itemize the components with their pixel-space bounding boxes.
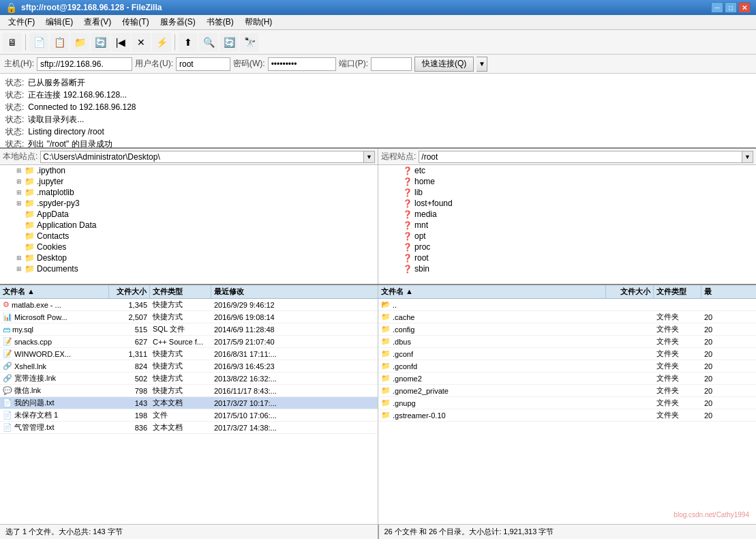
menu-item-查看(V)[interactable]: 查看(V) — [78, 15, 117, 29]
remote-path-input[interactable] — [419, 151, 742, 163]
host-input[interactable] — [37, 57, 132, 71]
remote-tree-item[interactable]: ❓ media — [378, 209, 756, 220]
toolbar-btn10[interactable]: 🔍 — [199, 33, 218, 52]
remote-col-date[interactable]: 最 — [701, 285, 756, 298]
remote-tree-item[interactable]: ❓ opt — [378, 231, 756, 242]
question-folder-icon: ❓ — [403, 199, 412, 208]
local-file-row[interactable]: ⚙matlab.exe - ... 1,345 快捷方式 2016/9/29 9… — [0, 299, 378, 311]
local-tree-item[interactable]: 📁 Cookies — [0, 242, 378, 252]
local-col-type[interactable]: 文件类型 — [150, 285, 211, 298]
tree-item-label: Application Data — [37, 220, 96, 230]
maximize-button[interactable]: □ — [725, 2, 737, 13]
toolbar-btn9[interactable]: ⬆ — [179, 33, 198, 52]
question-folder-icon: ❓ — [403, 232, 412, 241]
remote-tree-item[interactable]: ❓ lib — [378, 187, 756, 198]
port-input[interactable] — [371, 57, 412, 71]
local-file-row[interactable]: 🗃my.sql 515 SQL 文件 2014/6/9 11:28:48 — [0, 323, 378, 336]
local-file-row[interactable]: 📄未保存文档 1 198 文件 2017/5/10 17:06:... — [0, 409, 378, 422]
local-tree-item[interactable]: ⊞ 📁 .spyder-py3 — [0, 198, 378, 209]
remote-file-row[interactable]: 📁.gnome2 文件夹 20 — [378, 373, 756, 385]
connect-dropdown-button[interactable]: ▼ — [477, 57, 487, 72]
remote-tree-item[interactable]: ❓ home — [378, 176, 756, 187]
remote-tree-item[interactable]: ❓ lost+found — [378, 198, 756, 209]
menu-item-服务器(S)[interactable]: 服务器(S) — [155, 15, 201, 29]
file-date-cell: 20 — [701, 387, 756, 395]
remote-tree-item[interactable]: ❓ mnt — [378, 220, 756, 231]
menu-item-书签(B)[interactable]: 书签(B) — [201, 15, 239, 29]
toolbar-btn8[interactable]: ⚡ — [152, 33, 171, 52]
user-label: 用户名(U): — [135, 58, 173, 70]
file-date-cell: 2016/11/17 8:43:... — [211, 387, 293, 395]
toolbar-btn7[interactable]: ✕ — [132, 33, 151, 52]
toolbar-btn6[interactable]: |◀ — [111, 33, 130, 52]
remote-file-row[interactable]: 📂.. — [378, 299, 756, 311]
expand-icon: ⊞ — [14, 200, 25, 207]
file-date-cell: 20 — [701, 350, 756, 358]
remote-file-row[interactable]: 📁.gnupg 文件夹 20 — [378, 397, 756, 409]
local-tree-item[interactable]: ⊞ 📁 .matplotlib — [0, 187, 378, 198]
remote-tree-item[interactable]: ❓ proc — [378, 242, 756, 252]
minimize-button[interactable]: ─ — [711, 2, 723, 13]
toolbar-btn11[interactable]: 🔄 — [220, 33, 239, 52]
local-col-date[interactable]: 最近修改 — [211, 285, 293, 298]
password-input[interactable] — [268, 57, 336, 71]
local-tree-item[interactable]: 📁 AppData — [0, 209, 378, 220]
remote-path-dropdown[interactable]: ▼ — [742, 151, 753, 163]
local-col-size[interactable]: 文件大小 — [109, 285, 150, 298]
toolbar-siteman-button[interactable]: 🖥 — [3, 33, 22, 52]
remote-tree-item[interactable]: ❓ root — [378, 252, 756, 263]
toolbar-btn3[interactable]: 📋 — [50, 33, 69, 52]
remote-col-size[interactable]: 文件大小 — [606, 285, 654, 298]
local-file-row[interactable]: 📄我的问题.txt 143 文本文档 2017/3/27 10:17:... — [0, 397, 378, 409]
local-tree-item[interactable]: 📁 Contacts — [0, 231, 378, 242]
local-file-row[interactable]: 📊Microsoft Pow... 2,507 快捷方式 2016/9/6 19… — [0, 311, 378, 323]
close-button[interactable]: ✕ — [738, 2, 751, 13]
file-name: .dbus — [393, 338, 411, 346]
remote-col-type[interactable]: 文件类型 — [654, 285, 701, 298]
local-file-row[interactable]: 📝snacks.cpp 627 C++ Source f... 2017/5/9… — [0, 336, 378, 348]
remote-tree-item[interactable]: ❓ sbin — [378, 263, 756, 274]
remote-file-row[interactable]: 📁.gnome2_private 文件夹 20 — [378, 385, 756, 397]
folder-icon: 📁 — [381, 374, 391, 383]
remote-file-row[interactable]: 📁.gconfd 文件夹 20 — [378, 360, 756, 373]
remote-tree[interactable]: ❓ etc ❓ home ❓ lib ❓ lost+found ❓ media … — [378, 165, 756, 284]
remote-file-row[interactable]: 📁.dbus 文件夹 20 — [378, 336, 756, 348]
remote-col-name[interactable]: 文件名 ▲ — [378, 285, 606, 298]
remote-file-row[interactable]: 📁.config 文件夹 20 — [378, 323, 756, 336]
folder-icon: 📁 — [25, 231, 35, 241]
local-tree[interactable]: ⊞ 📁 .ipython ⊞ 📁 .jupyter ⊞ 📁 .matplotli… — [0, 165, 378, 284]
log-msg: 读取目录列表... — [28, 113, 84, 126]
local-tree-item[interactable]: 📁 Application Data — [0, 220, 378, 231]
file-name-cell: 📄未保存文档 1 — [0, 410, 109, 420]
local-file-row[interactable]: 🔗宽带连接.lnk 502 快捷方式 2013/8/22 16:32:... — [0, 373, 378, 385]
menu-item-文件(F)[interactable]: 文件(F) — [3, 15, 40, 29]
remote-tree-item[interactable]: ❓ etc — [378, 165, 756, 176]
remote-file-row[interactable]: 📁.gconf 文件夹 20 — [378, 348, 756, 360]
toolbar-btn4[interactable]: 📁 — [70, 33, 89, 52]
quick-connect-button[interactable]: 快速连接(Q) — [414, 57, 474, 72]
toolbar-btn12[interactable]: 🔭 — [240, 33, 259, 52]
local-path-dropdown[interactable]: ▼ — [364, 151, 375, 163]
remote-file-row[interactable]: 📁.gstreamer-0.10 文件夹 20 — [378, 409, 756, 422]
local-file-row[interactable]: 📝WINWORD.EX... 1,311 快捷方式 2016/8/31 17:1… — [0, 348, 378, 360]
menu-item-帮助(H)[interactable]: 帮助(H) — [239, 15, 278, 29]
local-tree-item[interactable]: ⊞ 📁 .jupyter — [0, 176, 378, 187]
menu-item-编辑(E)[interactable]: 编辑(E) — [40, 15, 78, 29]
remote-file-row[interactable]: 📁.cache 文件夹 20 — [378, 311, 756, 323]
local-tree-item[interactable]: ⊞ 📁 .ipython — [0, 165, 378, 176]
local-col-name[interactable]: 文件名 ▲ — [0, 285, 109, 298]
local-tree-item[interactable]: ⊞ 📁 Documents — [0, 263, 378, 274]
local-tree-item[interactable]: ⊞ 📁 Desktop — [0, 252, 378, 263]
toolbar-btn5[interactable]: 🔄 — [91, 33, 110, 52]
local-file-row[interactable]: 📄气管管理.txt 836 文本文档 2017/3/27 14:38:... — [0, 422, 378, 434]
cpp-icon: 📝 — [3, 337, 12, 346]
menu-item-传输(T)[interactable]: 传输(T) — [117, 15, 154, 29]
remote-file-list-body[interactable]: 📂.. 📁.cache 文件夹 20 📁.config 文件夹 20 📁.dbu… — [378, 299, 756, 524]
local-file-row[interactable]: 🔗Xshell.lnk 824 快捷方式 2016/9/3 16:45:23 — [0, 360, 378, 373]
toolbar-btn2[interactable]: 📄 — [29, 33, 48, 52]
local-file-list-body[interactable]: ⚙matlab.exe - ... 1,345 快捷方式 2016/9/29 9… — [0, 299, 378, 524]
username-input[interactable] — [176, 57, 230, 71]
file-date-cell: 20 — [701, 399, 756, 407]
local-file-row[interactable]: 💬微信.lnk 798 快捷方式 2016/11/17 8:43:... — [0, 385, 378, 397]
local-path-input[interactable] — [40, 151, 364, 163]
